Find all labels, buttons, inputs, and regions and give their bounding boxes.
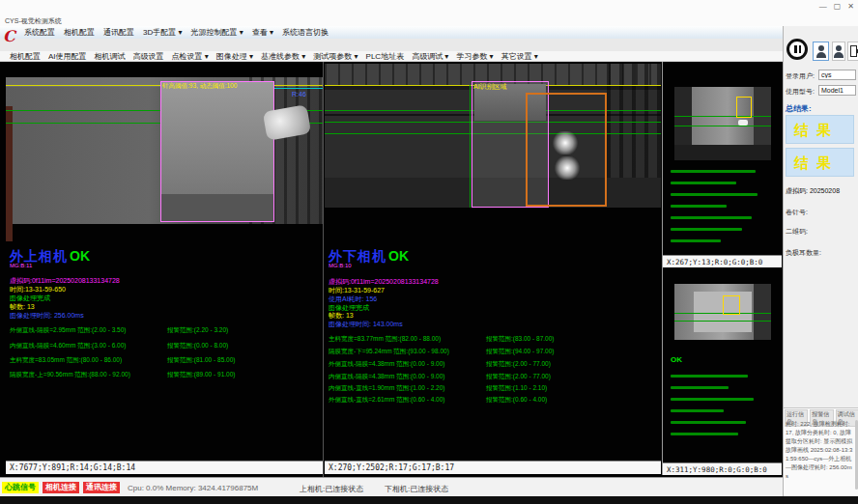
ai-region-label: AI识别区域	[473, 82, 507, 92]
app-window: CYS-视觉检测系统 — ▢ ✕ C 系统配置 相机配置 通讯配置 3D手配置 …	[0, 0, 858, 504]
virtual-code-field: 虚拟码: 20250208	[786, 186, 840, 196]
alarm-range: 报警范围:(0.60 - 4.00)	[486, 396, 547, 405]
pixel-coordinates: X:267;Y:13;R:0;G:0;B:0	[667, 258, 762, 266]
menu-3d-config[interactable]: 3D手配置 ▾	[143, 27, 182, 38]
tool-learning-params[interactable]: 学习参数 ▾	[456, 51, 493, 62]
tool-advanced-debug[interactable]: 高级调试 ▾	[412, 51, 448, 62]
tool-other-settings[interactable]: 其它设置 ▾	[501, 51, 538, 62]
measurement-value: 隔膜宽度-上=90.56mm 范围:(88.00 - 92.00)	[10, 371, 130, 378]
blurred-text-line	[671, 386, 729, 389]
baseline-line	[674, 116, 771, 117]
blurred-text-line	[671, 398, 754, 401]
alarm-range: 报警范围:(0.00 - 8.00)	[167, 342, 228, 350]
result-code-label: MG:B:11	[10, 263, 32, 268]
roi-box	[160, 81, 274, 222]
middle-camera-view: AI识别区域 外下相机OK MG:B:10 虚拟码:0f11im=2025020…	[325, 62, 661, 477]
measurement-row: 主料宽度=83.77mm 范围:(82.00 - 88.00) 报警范围:(83…	[329, 335, 441, 344]
upper-camera-status: 上相机:已连接状态	[300, 484, 363, 494]
glare-spot	[738, 120, 748, 126]
alarm-range: 报警范围:(94.00 - 97.00)	[486, 348, 554, 356]
pause-icon	[799, 45, 802, 53]
tool-spotcheck-settings[interactable]: 点检设置 ▾	[172, 51, 209, 62]
menu-camera-config[interactable]: 相机配置	[64, 27, 95, 38]
coordinate-bar: X:267;Y:13;R:0;G:0;B:0	[663, 255, 782, 267]
measurement-row: 内侧直线-直线=1.90mm 范围:(1.00 - 2.20) 报警范围:(1.…	[329, 384, 444, 393]
result-code-label: MG:B:10	[329, 263, 352, 268]
user-icon	[836, 45, 842, 51]
machine-part	[6, 106, 13, 241]
alarm-range: 报警范围:(2.00 - 77.00)	[486, 360, 551, 369]
pause-icon	[794, 45, 797, 53]
right-top-camera-view: X:267;Y:13;R:0;G:0;B:0	[663, 62, 782, 267]
tool-plc-table[interactable]: PLC地址表	[366, 51, 405, 62]
toolbar: 相机配置 AI使用配置 相机调试 高级设置 点检设置 ▾ 图像处理 ▾ 基准线参…	[0, 51, 858, 62]
model-input[interactable]	[818, 85, 856, 96]
log-text: 耗时: 222, 故障检测耗时: 17, 故障分类耗时: 0, 故障提取分区耗时…	[786, 420, 853, 481]
status-ok-label: OK	[671, 355, 682, 364]
result-box-1: 结果	[786, 115, 854, 144]
tool-advanced-settings[interactable]: 高级设置	[133, 51, 164, 62]
measurement-value: 内侧直线-隔膜=4.60mm 范围:(3.00 - 6.00)	[10, 342, 126, 349]
machine-part	[754, 284, 771, 340]
glare-spot	[555, 156, 580, 180]
middle-camera-image[interactable]: AI识别区域	[325, 64, 661, 208]
tool-ai-config[interactable]: AI使用配置	[48, 51, 87, 62]
menu-comm-config[interactable]: 通讯配置	[103, 27, 134, 38]
tool-baseline-params[interactable]: 基准线参数 ▾	[261, 51, 305, 62]
measurement-value: 外侧直线-隔膜=4.38mm 范围:(0.00 - 9.00)	[329, 360, 444, 367]
measurement-row: 内侧直线-隔膜=4.38mm 范围:(0.00 - 9.00) 报警范围:(2.…	[329, 373, 444, 381]
logout-button[interactable]	[847, 42, 858, 61]
threshold-label: 针高阈值:93, 动态阈值:100	[162, 82, 237, 91]
right-top-camera-image[interactable]	[674, 87, 771, 160]
operator-button[interactable]	[832, 42, 845, 61]
camera-name-label: 外上相机	[10, 248, 68, 264]
user-icon	[834, 52, 844, 58]
right-bottom-camera-image[interactable]	[674, 284, 771, 340]
menu-system-config[interactable]: 系统配置	[24, 27, 55, 38]
qr-code-label: 二维码:	[786, 227, 808, 237]
tool-image-processing[interactable]: 图像处理 ▾	[216, 51, 253, 62]
measurement-value: 内侧直线-隔膜=4.38mm 范围:(0.00 - 9.00)	[329, 373, 444, 379]
roi-shade	[161, 194, 273, 221]
alarm-range: 报警范围:(2.00 - 77.00)	[486, 373, 551, 381]
pin-number-label: 卷针号:	[786, 208, 808, 217]
measurement-row: 外侧直线-隔膜=4.38mm 范围:(0.00 - 9.00) 报警范围:(2.…	[329, 360, 444, 369]
close-icon[interactable]: ✕	[847, 2, 854, 12]
measurement-row: 外侧直线-隔膜=2.95mm 范围:(2.00 - 3.50) 报警范围:(2.…	[10, 326, 126, 335]
menu-language[interactable]: 系统语言切换	[282, 27, 329, 38]
blurred-text-line	[671, 433, 738, 435]
log-panel: 运行信息 报警信息 调试信息 耗时: 222, 故障检测耗时: 17, 故障分类…	[784, 407, 858, 497]
roi-box	[723, 295, 740, 315]
baseline-vline	[470, 85, 471, 208]
tool-test-params[interactable]: 测试项参数 ▾	[313, 51, 358, 62]
tool-camera-debug[interactable]: 相机调试	[95, 51, 126, 62]
blurred-text-line	[671, 409, 724, 412]
coordinate-bar: X:7677;Y:891;R:14;G:14;B:14	[6, 461, 323, 474]
login-user-input[interactable]	[818, 70, 856, 80]
blurred-text-line	[671, 216, 752, 219]
alarm-range: 报警范围:(1.10 - 2.10)	[486, 384, 547, 393]
menu-light-config[interactable]: 光源控制配置 ▾	[190, 27, 243, 38]
window-title: CYS-视觉检测系统	[5, 16, 62, 26]
user-login-button[interactable]	[813, 42, 829, 61]
processing-time-line: 图像处理时间: 256.00ms	[10, 311, 84, 321]
status-ok-label: OK	[70, 248, 90, 264]
measurement-value: 主料宽度=83.77mm 范围:(82.00 - 88.00)	[329, 335, 441, 342]
heartbeat-badge: 心跳信号	[2, 482, 39, 493]
blurred-text-line	[671, 228, 742, 231]
alarm-range: 报警范围:(89.00 - 91.00)	[167, 371, 235, 379]
total-result-label: 总结果:	[786, 103, 812, 114]
right-bottom-camera-view: OK X:311;Y:980;R:0;G:0;B:0	[663, 268, 782, 475]
maximize-icon[interactable]: ▢	[834, 2, 842, 12]
menu-view[interactable]: 查看 ▾	[252, 27, 273, 38]
baseline-line	[674, 126, 771, 126]
pause-button[interactable]	[786, 39, 808, 60]
tab-count-label: 负极耳数量:	[786, 248, 821, 258]
left-camera-image[interactable]: 针高阈值:93, 动态阈值:100 R:46	[6, 77, 323, 224]
blurred-text-line	[671, 239, 721, 242]
lower-camera-status: 下相机:已连接状态	[385, 484, 448, 494]
tool-camera-config[interactable]: 相机配置	[10, 51, 41, 62]
minimize-icon[interactable]: —	[819, 2, 827, 12]
coordinate-bar: X:311;Y:980;R:0;G:0;B:0	[663, 462, 782, 475]
camera-connect-badge: 相机连接	[43, 482, 79, 493]
